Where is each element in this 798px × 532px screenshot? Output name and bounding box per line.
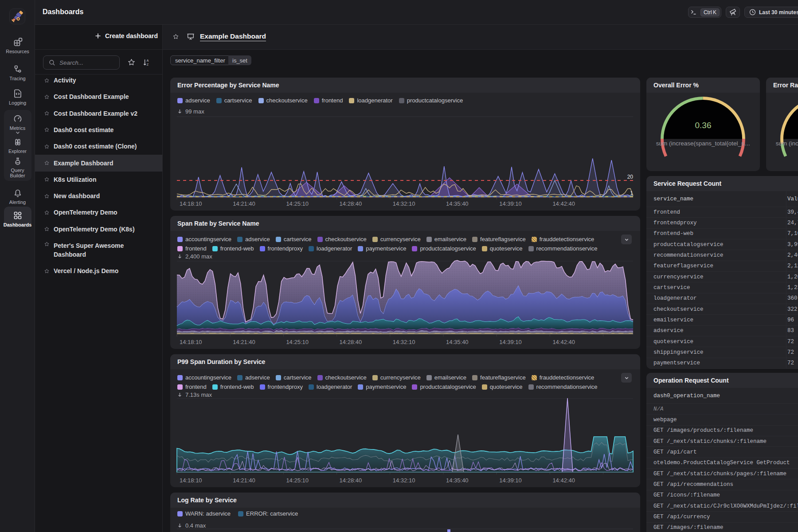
- svg-text:Z: Z: [147, 63, 149, 66]
- svg-text:20: 20: [627, 174, 634, 180]
- svg-text:A: A: [147, 59, 149, 63]
- svg-text:1: 1: [630, 190, 633, 196]
